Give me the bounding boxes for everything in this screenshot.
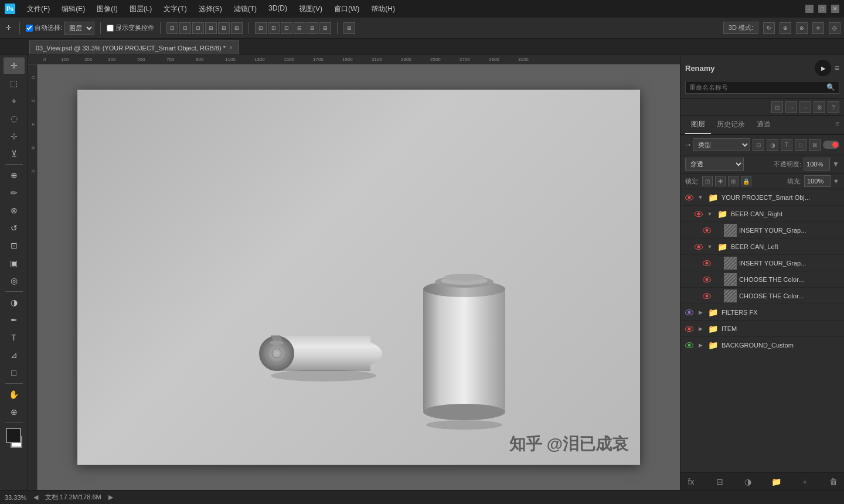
lock-pixels-btn[interactable]: ⊡ [702,176,713,186]
dist-right-btn[interactable]: ⊡ [281,22,292,34]
layer-vis-2[interactable] [693,209,704,219]
document-tab[interactable]: 03_View.psd @ 33.3% (YOUR PROJECT_Smart … [29,40,239,55]
panel-tab-menu[interactable]: ≡ [835,116,839,134]
menu-layer[interactable]: 图层(L) [125,3,157,15]
layer-vis-6[interactable] [702,274,712,285]
add-adjustment-button[interactable]: ◑ [742,476,754,488]
fill-input[interactable] [804,175,831,187]
move-tool-btn[interactable]: ✛ [4,21,13,35]
align-bottom-btn[interactable]: ⊟ [231,22,243,34]
3d-zoom-btn[interactable]: ⊗ [796,22,808,34]
layer-vis-7[interactable] [702,291,712,301]
add-fx-button[interactable]: fx [685,476,697,488]
menu-image[interactable]: 图像(I) [92,3,122,15]
tab-layers[interactable]: 图层 [685,116,711,134]
layer-item-5[interactable]: INSERT YOUR_Grap... [680,255,844,271]
filter-icon-smart[interactable]: ⊠ [809,139,821,151]
blend-mode-dropdown[interactable]: 穿透 [685,158,744,171]
brush-tool[interactable]: ✏ [4,185,25,201]
move-tool[interactable]: ✛ [4,57,25,74]
status-right-arrow[interactable]: ▶ [108,493,113,501]
layer-type-dropdown[interactable]: 类型 [693,138,750,151]
filter-icon-pixel[interactable]: ⊡ [753,139,764,151]
eraser-tool[interactable]: ⊡ [4,237,25,254]
lock-all-btn[interactable]: 🔒 [741,176,751,186]
layer-vis-1[interactable] [684,192,695,203]
3d-camera-btn[interactable]: ◎ [829,22,840,34]
layer-item-8[interactable]: ▶ 📁 FILTERS FX [680,304,844,321]
fill-arrow[interactable]: ▼ [833,178,839,185]
align-right-btn[interactable]: ⊡ [192,22,204,34]
lasso-tool[interactable]: ⌖ [4,93,25,109]
history-brush-tool[interactable]: ↺ [4,220,25,236]
lock-artboard-btn[interactable]: ⊞ [728,176,738,186]
layer-expand-8[interactable]: ▶ [697,309,704,316]
shape-tool[interactable]: □ [4,365,25,381]
lock-position-btn[interactable]: ✚ [715,176,726,186]
renamy-play-button[interactable] [815,60,831,76]
canvas-scroll[interactable]: 知乎 @泪已成哀 [38,64,680,490]
gradient-tool[interactable]: ▣ [4,255,25,271]
layer-vis-10[interactable] [684,340,695,350]
doc-tab-close[interactable]: × [229,45,233,51]
marquee-tool[interactable]: ⬚ [4,75,25,91]
layer-vis-3[interactable] [702,225,712,236]
path-tool[interactable]: ⊿ [4,347,25,363]
tab-history[interactable]: 历史记录 [711,116,751,134]
opacity-input[interactable] [804,158,830,171]
layer-expand-10[interactable]: ▶ [697,342,704,349]
crop-tool[interactable]: ⊹ [4,128,25,144]
delete-layer-button[interactable]: 🗑 [828,476,839,488]
add-group-button[interactable]: 📁 [771,476,782,488]
auto-select-checkbox[interactable]: 自动选择: 图层 [26,22,94,35]
opacity-arrow[interactable]: ▼ [832,160,839,168]
add-layer-button[interactable]: + [799,476,811,488]
align-center-btn[interactable]: ⊡ [179,22,191,34]
pen-tool[interactable]: ✒ [4,312,25,328]
foreground-color-swatch[interactable] [6,428,21,443]
auto-select-input[interactable] [26,25,33,32]
menu-filter[interactable]: 滤镜(T) [229,3,261,15]
layer-vis-5[interactable] [702,258,712,268]
panel-icon-3[interactable]: → [799,101,811,113]
close-button[interactable]: ✕ [831,5,839,13]
align-top-btn[interactable]: ⊟ [205,22,217,34]
layer-item-9[interactable]: ▶ 📁 ITEM [680,321,844,337]
layer-item-10[interactable]: ▶ 📁 BACKGROUND_Custom [680,337,844,353]
menu-text[interactable]: 文字(T) [159,3,191,15]
align-left-btn[interactable]: ⊡ [166,22,178,34]
layer-expand-1[interactable]: ▼ [697,194,704,201]
menu-3d[interactable]: 3D(D) [264,3,292,15]
panel-icon-2[interactable]: → [785,101,797,113]
menu-file[interactable]: 文件(F) [22,3,55,15]
layer-expand-9[interactable]: ▶ [697,325,704,332]
menu-window[interactable]: 窗口(W) [329,3,364,15]
zoom-tool[interactable]: ⊕ [4,404,25,420]
menu-help[interactable]: 帮助(H) [366,3,400,15]
menu-edit[interactable]: 编辑(E) [57,3,90,15]
filter-icon-shape[interactable]: □ [795,139,806,151]
panel-icon-4[interactable]: ⚙ [814,101,825,113]
layer-item-4[interactable]: ▼ 📁 BEER CAN_Left [680,239,844,255]
menu-view[interactable]: 视图(V) [294,3,327,15]
add-mask-button[interactable]: ⊟ [714,476,726,488]
dist-left-btn[interactable]: ⊡ [255,22,267,34]
tab-channels[interactable]: 通道 [751,116,777,134]
clone-tool[interactable]: ⊗ [4,202,25,219]
layer-item-3[interactable]: INSERT YOUR_Grap... [680,222,844,239]
renamy-menu-button[interactable]: ≡ [835,63,839,73]
3d-pan-btn[interactable]: ⊕ [780,22,791,34]
3d-move-btn[interactable]: ✛ [812,22,824,34]
status-left-arrow[interactable]: ◀ [33,493,38,501]
blur-tool[interactable]: ◎ [4,273,25,289]
menu-select[interactable]: 选择(S) [194,3,227,15]
layer-vis-8[interactable] [684,307,695,318]
show-transform-checkbox[interactable]: 显示变换控件 [107,23,154,32]
dist-middle-btn[interactable]: ⊟ [307,22,318,34]
dodge-tool[interactable]: ◑ [4,294,25,311]
dist-bottom-btn[interactable]: ⊟ [319,22,331,34]
arrange-btn[interactable]: ⊞ [343,22,355,34]
minimize-button[interactable]: ─ [805,5,814,13]
layer-expand-4[interactable]: ▼ [706,243,713,250]
layer-item-2[interactable]: ▼ 📁 BEER CAN_Right [680,206,844,222]
